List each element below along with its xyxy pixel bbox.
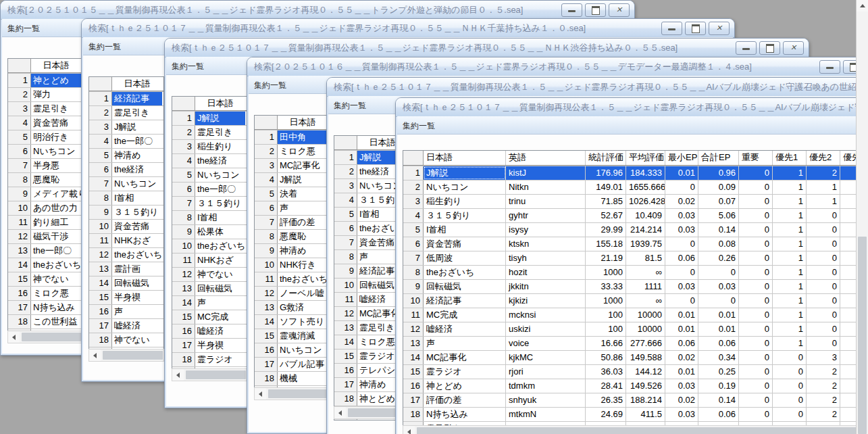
list-item[interactable]: 2霊足引き: [89, 105, 163, 120]
window-titlebar[interactable]: 検索[ｔｈｅ２５１０１７＿＿質量制御再現公表１．５＿＿ジェド霊界ラジオ再現０．５…: [327, 78, 868, 97]
horizontal-scrollbar[interactable]: [254, 387, 330, 400]
column-header[interactable]: 最小EP: [665, 151, 698, 165]
maximize-button[interactable]: [759, 41, 780, 55]
list-item[interactable]: 15霊魂消滅: [255, 329, 329, 343]
list-item[interactable]: 16Nいちコン: [255, 343, 329, 357]
list-item[interactable]: 5Nいちコン: [172, 168, 247, 182]
list-item[interactable]: 13回転磁気: [172, 281, 247, 295]
list-item[interactable]: 10あの世の力: [8, 201, 82, 215]
window-titlebar[interactable]: 検索[ｔｈｅ２５１０１７＿＿質量制御再現公表１．５＿＿ジェド霊界ラジオ再現０．５…: [165, 39, 809, 57]
list-item[interactable]: 4the一郎〇: [89, 134, 163, 148]
list-item[interactable]: 14声: [172, 295, 247, 310]
horizontal-scrollbar[interactable]: [403, 425, 868, 434]
scrollbar-thumb[interactable]: [103, 351, 163, 360]
list-item[interactable]: 11NHKおざ: [172, 253, 247, 267]
list-item[interactable]: 17嘘経済: [89, 318, 163, 333]
column-header[interactable]: 平均評価: [626, 151, 665, 165]
minimize-button[interactable]: [736, 41, 757, 55]
window-titlebar[interactable]: 検索[ｔｈｅ２５１０１７＿＿質量制御再現公表１．５＿＿ジェド霊界ラジオ再現０．５…: [82, 19, 734, 38]
close-button[interactable]: ✕: [709, 22, 730, 35]
list-item[interactable]: 7３１５釣り: [172, 196, 247, 210]
list-item[interactable]: 4資金苦痛: [8, 116, 82, 130]
list-item[interactable]: 5決着: [255, 187, 329, 201]
table-row[interactable]: 15霊ラジオrjori36.03144.120.010.25002: [403, 364, 868, 379]
column-header[interactable]: 重要: [739, 151, 773, 165]
window-titlebar[interactable]: 検索[２０２５１０１５＿＿質量制御再現公表１．５＿＿ジェド霊界ラジオ再現０．５５…: [1, 1, 634, 20]
scroll-up-button[interactable]: [857, 0, 868, 11]
table-row[interactable]: 8theおざいちhozit1000∞00010: [403, 265, 868, 279]
list-item[interactable]: 13the一郎〇: [8, 243, 82, 258]
horizontal-scrollbar[interactable]: [172, 368, 247, 381]
list-item[interactable]: 1経済記事: [89, 91, 163, 105]
list-item[interactable]: 14回転磁気: [89, 276, 163, 290]
list-item[interactable]: 8I首相: [89, 191, 163, 205]
maximize-button[interactable]: [685, 22, 706, 35]
minimize-button[interactable]: [661, 22, 682, 35]
scroll-left-button[interactable]: [89, 349, 101, 361]
list-item[interactable]: 12ノーベル嘘: [255, 286, 329, 300]
list-item[interactable]: 7評価の差: [255, 215, 329, 229]
table-row[interactable]: 5I首相isysy29.99214.2140.030.14010: [403, 222, 868, 237]
list-item[interactable]: 17N持ち込み: [8, 300, 82, 314]
scroll-left-button[interactable]: [334, 407, 346, 418]
vertical-scrollbar[interactable]: [856, 0, 868, 434]
close-button[interactable]: ✕: [609, 3, 630, 17]
column-header[interactable]: 合計EP: [698, 151, 739, 165]
list-item[interactable]: 12磁気干渉: [8, 229, 82, 243]
list-item[interactable]: 5神清め: [89, 148, 163, 162]
list-item[interactable]: 15半身禊: [89, 290, 163, 304]
list-item[interactable]: 3霊足引き: [8, 101, 82, 116]
maximize-button[interactable]: [585, 3, 606, 17]
list-item[interactable]: 18この世利益: [8, 314, 82, 329]
table-row[interactable]: 2NいちコンNitkn149.011655.66600.09011: [403, 180, 868, 194]
table-row[interactable]: 12嘘経済uskizi100100000.010.01010: [403, 322, 868, 336]
list-item[interactable]: 14theおざいち: [8, 258, 82, 272]
column-header[interactable]: 日本語: [424, 151, 506, 165]
list-item[interactable]: 8I首相: [172, 210, 247, 224]
list-item[interactable]: 1J解説: [172, 111, 247, 125]
list-item[interactable]: 8悪魔恥: [8, 172, 82, 187]
list-item[interactable]: 11釣り細工: [8, 215, 82, 229]
table-row[interactable]: 6資金苦痛ktskn155.181939.7500.08010: [403, 237, 868, 251]
table-row[interactable]: 10経済記事kjkizi1000∞00010: [403, 293, 868, 308]
list-item[interactable]: 13G救済: [255, 300, 329, 314]
list-item[interactable]: 10資金苦痛: [89, 219, 163, 233]
scroll-left-button[interactable]: [255, 388, 266, 400]
list-item[interactable]: 16ミロク悪: [8, 286, 82, 300]
list-item[interactable]: 11theおざいち: [255, 272, 329, 286]
list-item[interactable]: 15MC完成: [172, 310, 247, 324]
list-item[interactable]: 4J解説: [255, 172, 329, 187]
list-item[interactable]: 15神でない: [8, 272, 82, 286]
list-item[interactable]: 9メディア載り: [8, 187, 82, 201]
list-item[interactable]: 3J解説: [89, 120, 163, 134]
table-row[interactable]: 3稲生釣りtrinu71.851026.4280.020.07011: [403, 194, 868, 208]
list-item[interactable]: 7半身悪: [8, 158, 82, 172]
table-row[interactable]: 9回転磁気jkkitn33.3311110.030.03010: [403, 279, 868, 293]
list-item[interactable]: 9３１５釣り: [89, 205, 163, 219]
list-item[interactable]: 8悪魔恥: [255, 229, 329, 243]
table-row[interactable]: 14MC記事化kjkMC50.86149.5880.020.34003: [403, 350, 868, 364]
scrollbar-thumb[interactable]: [417, 427, 868, 434]
column-header[interactable]: 統計評価: [586, 151, 626, 165]
scrollbar-thumb[interactable]: [858, 237, 867, 434]
table-row[interactable]: 17評価の差snhyuk26.35188.2140.020.14002: [403, 393, 868, 407]
list-item[interactable]: 12神でない: [172, 267, 247, 281]
list-item[interactable]: 17半身禊: [172, 338, 247, 352]
list-item[interactable]: 3稲生釣り: [172, 139, 247, 153]
scrollbar-thumb[interactable]: [186, 370, 246, 379]
list-item[interactable]: 12theおざいち: [89, 247, 163, 262]
list-item[interactable]: 18機械: [255, 371, 329, 385]
list-item[interactable]: 14ソフト売り: [255, 314, 329, 329]
list-item[interactable]: 9松果体: [172, 224, 247, 239]
table-row[interactable]: 4３１５釣りgyhtr52.6710.4090.035.06010: [403, 208, 868, 222]
list-item[interactable]: 7Nいちコン: [89, 176, 163, 191]
table-row[interactable]: 16神とどめtdmkm28.41149.5260.030.19002: [403, 379, 868, 393]
list-item[interactable]: 2弾力: [8, 87, 82, 101]
list-item[interactable]: 18神でない: [89, 333, 163, 347]
horizontal-scrollbar[interactable]: [7, 331, 83, 343]
table-row[interactable]: 18N持ち込みmtkmN24.69411.50.030.06002: [403, 407, 868, 421]
table-row[interactable]: 7低周波tisyh21.1981.50.060.26010: [403, 251, 868, 265]
list-item[interactable]: 1神とどめ: [8, 73, 82, 87]
list-item[interactable]: 13霊計画: [89, 262, 163, 276]
list-item[interactable]: 4the経済: [172, 153, 247, 168]
